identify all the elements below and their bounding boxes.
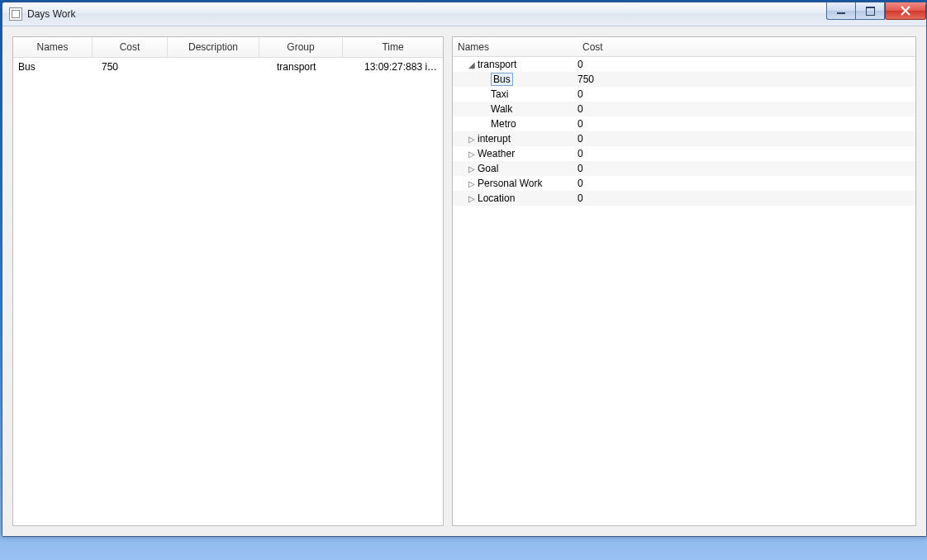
tree-group-row[interactable]: ▷Personal Work0 xyxy=(453,176,915,191)
col-header-description[interactable]: Description xyxy=(168,37,259,57)
tree-name-cell: ▷Weather xyxy=(453,148,573,159)
tree-cost-cell: 0 xyxy=(573,163,915,174)
col-header-group[interactable]: Group xyxy=(259,37,343,57)
tree-cost-cell: 0 xyxy=(573,192,915,204)
tree-leaf-row[interactable]: ▷Walk0 xyxy=(453,102,915,116)
tree-col-names[interactable]: Names xyxy=(453,37,578,57)
tree-cost-cell: 0 xyxy=(573,148,915,159)
tree-item-label: transport xyxy=(478,59,516,70)
app-window: Days Work Names Cost Description Group T… xyxy=(2,2,927,537)
maximize-button[interactable] xyxy=(855,2,885,20)
tree-item-label: Weather xyxy=(478,148,515,159)
col-header-cost[interactable]: Cost xyxy=(93,37,168,57)
tree-item-label: Bus xyxy=(491,73,513,86)
cell-names: Bus xyxy=(13,61,97,73)
titlebar[interactable]: Days Work xyxy=(2,2,926,26)
tree-item-label: Personal Work xyxy=(478,178,542,189)
tree-name-cell: ▷Location xyxy=(453,192,573,204)
tree-name-cell: ▷Metro xyxy=(453,118,573,130)
chevron-down-icon[interactable]: ◢ xyxy=(468,60,476,69)
chevron-right-icon[interactable]: ▷ xyxy=(468,194,476,203)
client-area: Names Cost Description Group Time Bus 75… xyxy=(2,26,926,536)
tree-item-label: interupt xyxy=(478,133,511,145)
minimize-icon xyxy=(837,12,845,14)
cell-group: transport xyxy=(272,61,359,73)
tree-cost-cell: 0 xyxy=(573,178,915,189)
app-icon xyxy=(9,7,22,21)
close-icon xyxy=(901,6,910,16)
tree-name-cell: ▷Goal xyxy=(453,163,573,174)
tree-name-cell: ▷Bus xyxy=(453,73,573,86)
chevron-right-icon[interactable]: ▷ xyxy=(468,135,476,144)
col-header-names[interactable]: Names xyxy=(13,37,93,57)
tree-leaf-row[interactable]: ▷Taxi0 xyxy=(453,87,915,102)
tree-item-label: Walk xyxy=(491,103,512,115)
tree-name-cell: ◢transport xyxy=(453,59,573,70)
tree-cost-cell: 0 xyxy=(573,59,915,70)
tree-group-row[interactable]: ▷Weather0 xyxy=(453,146,915,161)
tree-group-row[interactable]: ▷Location0 xyxy=(453,191,915,206)
minimize-button[interactable] xyxy=(826,2,855,20)
tree-name-cell: ▷Personal Work xyxy=(453,178,573,189)
tree-leaf-row[interactable]: ▷Metro0 xyxy=(453,116,915,131)
tree-cost-cell: 0 xyxy=(573,133,915,145)
close-button[interactable] xyxy=(885,2,926,20)
table-row[interactable]: Bus 750 transport 13:09:27:883 in 20… xyxy=(13,58,443,76)
maximize-icon xyxy=(866,7,875,16)
tree-cost-cell: 0 xyxy=(573,118,915,130)
tree-cost-cell: 750 xyxy=(573,74,915,85)
tree-name-cell: ▷interupt xyxy=(453,133,573,145)
tree-item-label: Taxi xyxy=(491,88,508,100)
records-table[interactable]: Names Cost Description Group Time Bus 75… xyxy=(12,36,444,526)
cell-time: 13:09:27:883 in 20… xyxy=(359,61,443,73)
tree-group-row[interactable]: ◢transport0 xyxy=(453,57,915,72)
col-header-time[interactable]: Time xyxy=(343,37,443,57)
category-tree[interactable]: Names Cost ◢transport0▷Bus750▷Taxi0▷Walk… xyxy=(452,36,916,526)
cell-cost: 750 xyxy=(97,61,176,73)
tree-name-cell: ▷Walk xyxy=(453,103,573,115)
tree-leaf-row[interactable]: ▷Bus750 xyxy=(453,72,915,87)
tree-item-label: Goal xyxy=(478,163,498,174)
tree-item-label: Metro xyxy=(491,118,516,130)
tree-item-label: Location xyxy=(478,192,515,204)
tree-cost-cell: 0 xyxy=(573,88,915,100)
tree-name-cell: ▷Taxi xyxy=(453,88,573,100)
tree-group-row[interactable]: ▷interupt0 xyxy=(453,131,915,146)
window-title: Days Work xyxy=(27,8,75,20)
tree-cost-cell: 0 xyxy=(573,103,915,115)
tree-header: Names Cost xyxy=(453,37,915,57)
chevron-right-icon[interactable]: ▷ xyxy=(468,164,476,173)
records-table-header: Names Cost Description Group Time xyxy=(13,37,443,58)
tree-body: ◢transport0▷Bus750▷Taxi0▷Walk0▷Metro0▷in… xyxy=(453,57,915,206)
window-buttons xyxy=(826,2,926,19)
chevron-right-icon[interactable]: ▷ xyxy=(468,149,476,159)
chevron-right-icon[interactable]: ▷ xyxy=(468,179,476,188)
tree-col-cost[interactable]: Cost xyxy=(578,37,915,57)
tree-group-row[interactable]: ▷Goal0 xyxy=(453,161,915,176)
